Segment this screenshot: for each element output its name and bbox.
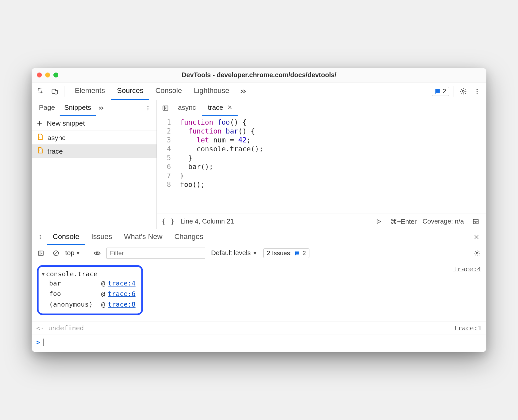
editor-statusbar: { } Line 4, Column 21 ⌘+Enter Coverage: … — [157, 214, 486, 229]
close-window-button[interactable] — [37, 73, 42, 77]
chevron-down-icon: ▼ — [76, 251, 80, 256]
filter-input[interactable] — [106, 248, 205, 259]
caret-down-icon: ▼ — [42, 271, 44, 277]
line-number[interactable]: 5 — [157, 154, 171, 163]
line-number[interactable]: 3 — [157, 136, 171, 145]
zoom-window-button[interactable] — [53, 73, 58, 77]
console-return-row: <· undefined trace:1 — [32, 321, 486, 335]
cursor-position: Line 4, Column 21 — [181, 218, 234, 225]
minimize-window-button[interactable] — [45, 73, 50, 77]
line-number[interactable]: 6 — [157, 163, 171, 171]
run-snippet-icon[interactable] — [373, 216, 385, 227]
sources-pane: PageSnippets New snippet async trace — [32, 100, 486, 229]
at-symbol: @ — [101, 290, 105, 298]
drawer-tab-issues[interactable]: Issues — [85, 229, 118, 245]
inspect-element-icon[interactable] — [35, 85, 47, 97]
navigator-pane: PageSnippets New snippet async trace — [32, 100, 157, 229]
coverage-status: Coverage: n/a — [422, 218, 464, 225]
pretty-print-icon[interactable]: { } — [161, 216, 175, 227]
device-toolbar-icon[interactable] — [49, 85, 61, 97]
editor-tab[interactable]: async — [172, 100, 202, 116]
source-link[interactable]: trace:1 — [454, 324, 482, 332]
more-menu-icon[interactable] — [142, 102, 154, 114]
editor-tab-label: async — [178, 104, 196, 111]
svg-rect-2 — [55, 90, 57, 94]
traffic-lights — [37, 73, 58, 77]
svg-point-22 — [476, 252, 478, 254]
main-tab-elements[interactable]: Elements — [69, 82, 111, 100]
stack-frame: (anonymous) @ trace:8 — [42, 299, 135, 310]
console-settings-icon[interactable] — [471, 247, 483, 259]
issues-indicator[interactable]: 2 — [432, 87, 449, 96]
more-tabs-icon[interactable] — [237, 85, 249, 97]
svg-point-16 — [40, 238, 41, 239]
drawer-tab-console[interactable]: Console — [47, 229, 85, 245]
close-drawer-icon[interactable] — [471, 231, 482, 243]
issues-count: 2 — [302, 250, 306, 257]
prompt-caret-icon: > — [36, 338, 40, 346]
new-snippet-label: New snippet — [47, 119, 85, 127]
separator — [65, 86, 65, 97]
return-arrow-icon: <· — [36, 324, 44, 332]
navigator-tabs: PageSnippets — [32, 100, 157, 116]
plus-icon — [36, 120, 43, 127]
navigator-tab-page[interactable]: Page — [34, 100, 60, 116]
source-link[interactable]: trace:4 — [453, 265, 481, 315]
line-number[interactable]: 4 — [157, 145, 171, 154]
snippet-name: async — [47, 134, 66, 142]
issues-label: 2 Issues: — [267, 250, 292, 257]
line-number[interactable]: 2 — [157, 127, 171, 136]
run-shortcut: ⌘+Enter — [390, 218, 417, 225]
window-title: DevTools - developer.chrome.com/docs/dev… — [32, 71, 486, 79]
snippet-list: async trace — [32, 131, 157, 229]
stack-location-link[interactable]: trace:4 — [108, 279, 135, 287]
issues-button[interactable]: 2 Issues: 2 — [263, 248, 310, 258]
drawer-tab-changes[interactable]: Changes — [168, 229, 209, 245]
console-prompt[interactable]: > — [32, 335, 486, 352]
line-number[interactable]: 1 — [157, 118, 171, 127]
at-symbol: @ — [101, 300, 105, 308]
stack-function: bar — [49, 279, 99, 287]
stack-location-link[interactable]: trace:8 — [108, 300, 135, 308]
stack-location-link[interactable]: trace:6 — [108, 290, 135, 298]
svg-point-6 — [476, 93, 477, 94]
svg-line-20 — [54, 252, 58, 255]
drawer-tab-what-s-new[interactable]: What's New — [118, 229, 168, 245]
editor-tab[interactable]: trace✕ — [202, 100, 238, 116]
toggle-sidebar-icon[interactable] — [470, 216, 482, 227]
titlebar: DevTools - developer.chrome.com/docs/dev… — [32, 68, 486, 82]
code-editor[interactable]: 12345678 function foo() { function bar()… — [157, 116, 486, 214]
console-output: ▼ console.trace bar @ trace:4foo @ trace… — [32, 261, 486, 321]
live-expression-icon[interactable] — [91, 247, 103, 259]
svg-point-3 — [462, 90, 464, 92]
svg-point-15 — [40, 237, 41, 238]
text-cursor — [43, 339, 44, 346]
main-tab-lighthouse[interactable]: Lighthouse — [188, 82, 235, 100]
toggle-navigator-icon[interactable] — [159, 102, 171, 114]
line-number[interactable]: 7 — [157, 171, 171, 180]
main-tab-sources[interactable]: Sources — [111, 82, 150, 100]
editor-pane: asynctrace✕ 12345678 function foo() { fu… — [157, 100, 486, 229]
stack-trace-header[interactable]: ▼ console.trace — [42, 270, 135, 278]
more-tabs-icon[interactable] — [97, 102, 106, 114]
new-snippet-button[interactable]: New snippet — [32, 116, 157, 131]
separator — [86, 249, 86, 257]
main-tab-console[interactable]: Console — [149, 82, 188, 100]
settings-icon[interactable] — [457, 85, 469, 97]
navigator-tab-snippets[interactable]: Snippets — [60, 100, 96, 116]
snippet-item[interactable]: async — [32, 131, 157, 144]
svg-point-14 — [40, 235, 41, 236]
more-menu-icon[interactable] — [471, 85, 483, 97]
clear-console-icon[interactable] — [50, 247, 62, 259]
log-levels-selector[interactable]: Default levels ▼ — [209, 249, 260, 257]
snippet-item[interactable]: trace — [32, 144, 157, 158]
line-number[interactable]: 8 — [157, 180, 171, 189]
snippet-file-icon — [37, 147, 43, 155]
drawer-tabs: ConsoleIssuesWhat's NewChanges — [32, 229, 486, 245]
more-menu-icon[interactable] — [34, 231, 46, 243]
close-tab-icon[interactable]: ✕ — [227, 104, 232, 111]
context-selector[interactable]: top ▼ — [65, 249, 80, 257]
console-sidebar-icon[interactable] — [35, 247, 47, 259]
stack-function: (anonymous) — [49, 300, 99, 308]
issues-icon — [295, 251, 300, 256]
